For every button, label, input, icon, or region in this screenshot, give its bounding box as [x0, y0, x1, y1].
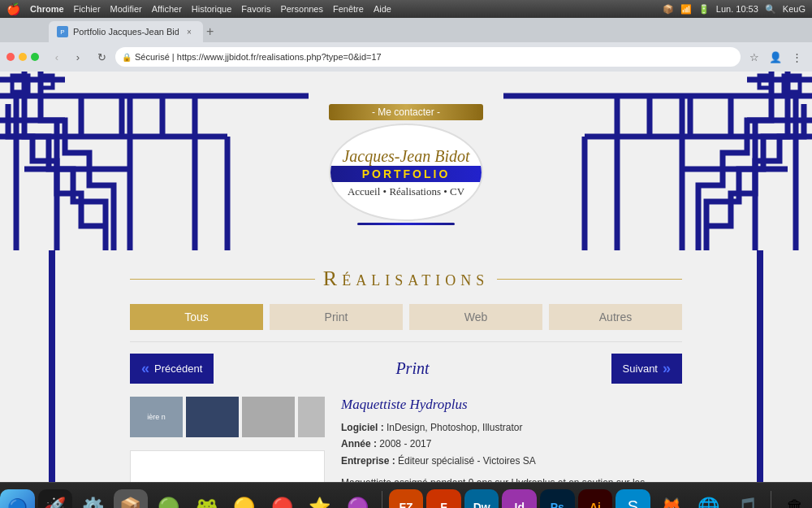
- title-line-left: [130, 279, 315, 280]
- dock-photoshop[interactable]: Ps: [540, 489, 575, 509]
- website-content: - Me contacter - Jacques-Jean Bidot PORT…: [0, 72, 812, 482]
- dock-chrome[interactable]: 🌐: [691, 489, 726, 509]
- dock-firefox[interactable]: 🦊: [654, 489, 689, 509]
- logo-name: Jacques-Jean Bidot: [342, 146, 469, 166]
- menu-modifier[interactable]: Modifier: [110, 4, 142, 14]
- menu-afficher[interactable]: Afficher: [152, 4, 182, 14]
- dock-filezilla[interactable]: FZ: [389, 489, 424, 509]
- bookmark-button[interactable]: ☆: [745, 48, 763, 66]
- dropbox-icon: 📦: [663, 4, 674, 15]
- dock-app1[interactable]: 📦: [114, 489, 149, 509]
- wifi-icon: 📶: [680, 4, 692, 15]
- divider: [130, 341, 682, 342]
- browser-tab-active[interactable]: P Portfolio Jacques-Jean Bidot ×: [49, 21, 203, 42]
- project-meta: Logiciel : InDesign, Photoshop, Illustra…: [341, 419, 682, 469]
- dock-finder[interactable]: 🔵: [0, 489, 35, 509]
- browser-chrome: P Portfolio Jacques-Jean Bidot × + ‹ › ↻…: [0, 18, 812, 72]
- apple-logo[interactable]: 🍎: [6, 2, 20, 15]
- new-tab-button[interactable]: +: [206, 24, 214, 42]
- back-button[interactable]: ‹: [47, 47, 67, 67]
- dock-app3[interactable]: 🐸: [189, 489, 224, 509]
- title-line-right: [497, 279, 682, 280]
- logo-name-text: Jacques-Jean Bidot: [342, 147, 469, 165]
- prev-button[interactable]: « Précédent: [130, 354, 214, 384]
- next-button[interactable]: Suivant »: [611, 354, 682, 384]
- dock-sysprefs[interactable]: ⚙️: [76, 489, 110, 509]
- reload-button[interactable]: ↻: [93, 48, 110, 66]
- logo-nav-links[interactable]: Accueil • Réalisations • CV: [348, 185, 464, 198]
- thumb-2[interactable]: [186, 397, 239, 437]
- forward-button[interactable]: ›: [68, 47, 88, 67]
- thumb-3[interactable]: [242, 397, 295, 437]
- meta-annee: Année : 2008 - 2017: [341, 436, 682, 452]
- logo-circle: Jacques-Jean Bidot PORTFOLIO Accueil • R…: [329, 124, 483, 221]
- prev-chevron-icon: «: [141, 360, 149, 377]
- dock-separator-2: [771, 491, 771, 509]
- dock-illustrator[interactable]: Ai: [578, 489, 613, 509]
- dock: 🔵 🚀 ⚙️ 📦 🟢 🐸 🟡 🔴 ⭐ 🟣 FZ F Dw Id Ps Ai S …: [0, 482, 812, 508]
- tab-title: Portfolio Jacques-Jean Bidot: [73, 27, 179, 37]
- meta-entreprise: Entreprise : Éditeur spécialisé - Victoi…: [341, 453, 682, 469]
- next-chevron-icon: »: [663, 360, 671, 377]
- window-maximize-dot[interactable]: [31, 53, 39, 61]
- dock-separator-1: [382, 491, 382, 509]
- col-right: Maquettiste Hydroplus Logiciel : InDesig…: [341, 397, 682, 482]
- logo-underline: [357, 223, 455, 225]
- contact-bar[interactable]: - Me contacter -: [329, 104, 483, 120]
- time-display: Lun. 10:53: [716, 4, 758, 14]
- thumb-4[interactable]: [298, 397, 325, 437]
- dock-skype[interactable]: S: [615, 489, 650, 509]
- dock-trash[interactable]: 🗑: [777, 489, 812, 509]
- tab-favicon: P: [57, 26, 68, 37]
- window-close-dot[interactable]: [6, 53, 15, 61]
- nav-arrows: ‹ ›: [47, 47, 88, 67]
- filter-tous[interactable]: Tous: [130, 304, 263, 330]
- dock-app5[interactable]: 🔴: [265, 489, 300, 509]
- col-left: ière n: [130, 397, 325, 482]
- meta-logiciel: Logiciel : InDesign, Photoshop, Illustra…: [341, 419, 682, 436]
- profile-button[interactable]: 👤: [767, 48, 784, 66]
- menu-favoris[interactable]: Favoris: [241, 4, 270, 14]
- mac-topbar: 🍎 Chrome Fichier Modifier Afficher Histo…: [0, 0, 812, 18]
- window-minimize-dot[interactable]: [19, 53, 27, 61]
- user-label: KeuG: [783, 4, 806, 14]
- address-text: Sécurisé | https://www.jjbidot.fr/realis…: [135, 52, 382, 62]
- thumb-1[interactable]: ière n: [130, 397, 183, 437]
- filter-autres[interactable]: Autres: [549, 304, 682, 330]
- address-bar[interactable]: 🔒 Sécurisé | https://www.jjbidot.fr/real…: [115, 47, 741, 67]
- dock-flash[interactable]: F: [426, 489, 461, 509]
- dock-app2[interactable]: 🟢: [151, 489, 186, 509]
- next-label: Suivant: [623, 363, 658, 375]
- tab-close-button[interactable]: ×: [184, 26, 195, 37]
- nav-extras: ☆ 👤 ⋮: [745, 48, 806, 66]
- search-icon[interactable]: 🔍: [765, 4, 776, 15]
- dock-itunes[interactable]: 🎵: [729, 489, 764, 509]
- filter-web[interactable]: Web: [409, 304, 542, 330]
- menu-personnes[interactable]: Personnes: [280, 4, 323, 14]
- dock-launchpad[interactable]: 🚀: [38, 489, 73, 509]
- menu-fenetre[interactable]: Fenêtre: [333, 4, 364, 14]
- logo-portfolio-text: PORTFOLIO: [330, 166, 482, 182]
- header-logo-area: - Me contacter - Jacques-Jean Bidot PORT…: [329, 104, 483, 227]
- menu-fichier[interactable]: Fichier: [74, 4, 101, 14]
- browser-navbar: ‹ › ↻ 🔒 Sécurisé | https://www.jjbidot.f…: [0, 42, 812, 72]
- battery-icon: 🔋: [698, 4, 710, 15]
- tab-bar: P Portfolio Jacques-Jean Bidot × +: [0, 18, 812, 42]
- nav-row: « Précédent Print Suivant »: [130, 354, 682, 384]
- menu-button[interactable]: ⋮: [788, 48, 806, 66]
- mac-status-right: 📦 📶 🔋 Lun. 10:53 🔍 KeuG: [663, 4, 806, 15]
- dock-dreamweaver[interactable]: Dw: [464, 489, 499, 509]
- prev-label: Précédent: [154, 363, 202, 375]
- menu-aide[interactable]: Aide: [374, 4, 391, 14]
- menu-historique[interactable]: Historique: [192, 4, 232, 14]
- project-description: Maquettiste assigné pendant 9 ans sur Hy…: [341, 475, 682, 482]
- filter-print[interactable]: Print: [270, 304, 403, 330]
- section-title-text: Réalisations: [323, 267, 489, 291]
- project-title: Maquettiste Hydroplus: [341, 397, 682, 413]
- thumbnails-row: ière n: [130, 397, 325, 437]
- project-section: ière n Maquettiste Hydroplus Logiciel : …: [130, 397, 682, 482]
- dock-app4[interactable]: 🟡: [227, 489, 261, 509]
- dock-indesign[interactable]: Id: [502, 489, 537, 509]
- dock-app6[interactable]: ⭐: [303, 489, 338, 509]
- dock-app7[interactable]: 🟣: [340, 489, 375, 509]
